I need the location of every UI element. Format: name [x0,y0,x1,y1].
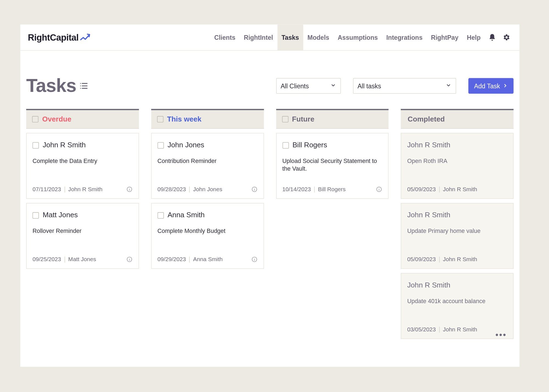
info-icon [126,186,133,192]
info-icon [376,186,382,192]
task-description: Upload Social Security Statement to the … [282,157,382,172]
clients-filter-value: All Clients [281,82,309,89]
nav-rightpay[interactable]: RightPay [427,24,463,50]
nav-clients[interactable]: Clients [210,24,240,50]
task-assignee: John R Smith [443,326,477,332]
column-overdue: Overdue John R Smith Complete the Data E… [26,109,139,339]
list-icon [79,81,88,91]
column-header-future: Future [276,109,388,129]
nav-assumptions[interactable]: Assumptions [334,24,382,50]
chevron-right-icon [503,83,508,88]
task-description: Update Primary home value [407,227,507,235]
task-checkbox[interactable] [157,142,164,148]
tasks-filter-value: All tasks [357,82,381,89]
nav-models[interactable]: Models [303,24,334,50]
task-assignee: John R Smith [443,186,477,192]
svg-point-8 [129,188,130,188]
task-info-button[interactable] [251,256,257,263]
task-date: 09/29/2023 [157,256,186,263]
column-label: Completed [408,115,445,123]
svg-point-2 [80,85,81,86]
task-checkbox[interactable] [32,212,39,218]
info-icon [251,186,257,192]
task-info-button[interactable] [376,186,382,192]
task-client: John R Smith [407,141,450,150]
task-client: John R Smith [43,141,86,150]
task-card-completed[interactable]: John R Smith Open Roth IRA 05/09/2023 Jo… [401,133,513,199]
top-bar: RightCapital Clients RightIntel Tasks Mo… [20,24,520,50]
info-icon [251,256,257,263]
task-assignee: John R Smith [443,256,477,263]
app-frame: RightCapital Clients RightIntel Tasks Mo… [20,24,520,367]
add-task-label: Add Task [474,82,500,89]
task-assignee: John R Smith [68,186,103,192]
add-task-button[interactable]: Add Task [468,78,514,94]
task-assignee: Anna Smith [193,256,223,263]
column-future: Future Bill Rogers Upload Social Securit… [276,109,388,339]
clients-filter-select[interactable]: All Clients [276,78,341,94]
task-info-button[interactable] [251,186,257,192]
brand-logo: RightCapital [28,32,91,43]
task-assignee: Matt Jones [68,256,96,263]
task-description: Complete Monthly Budget [157,227,257,235]
task-date: 05/09/2023 [407,256,436,263]
column-label: This week [167,115,201,123]
nav-integrations[interactable]: Integrations [382,24,427,50]
tasks-filter-select[interactable]: All tasks [353,78,456,94]
column-select-all-checkbox[interactable] [32,116,38,122]
task-card[interactable]: Matt Jones Rollover Reminder 09/25/2023 … [26,203,139,269]
task-card-completed[interactable]: John R Smith Update 401k account balance… [401,273,513,339]
page-body: Tasks All Clients All tasks [20,51,520,339]
task-client: Matt Jones [43,211,78,219]
task-card-completed[interactable]: John R Smith Update Primary home value 0… [401,203,513,269]
task-checkbox[interactable] [32,142,39,148]
task-checkbox[interactable] [157,212,164,218]
task-description: Open Roth IRA [407,157,507,165]
task-date: 05/09/2023 [407,186,436,192]
task-checkbox[interactable] [282,142,288,148]
task-assignee: Bill Rogers [318,186,346,192]
svg-point-11 [129,258,130,258]
task-description: Rollover Reminder [32,227,132,235]
task-client: Anna Smith [167,211,205,219]
task-client: John Jones [167,141,204,150]
task-date: 07/11/2023 [32,186,61,192]
column-select-all-checkbox[interactable] [282,116,288,122]
page-header: Tasks All Clients All tasks [26,75,513,109]
column-this-week: This week John Jones Contribution Remind… [151,109,264,339]
chevron-down-icon [445,82,451,89]
task-description: Complete the Data Entry [32,157,132,165]
task-date: 03/05/2023 [407,326,436,332]
task-assignee: John Jones [193,186,222,192]
svg-point-0 [80,83,81,84]
column-label: Overdue [42,115,71,123]
svg-point-4 [80,88,81,89]
brand-name: RightCapital [28,32,79,43]
gear-icon [502,33,510,41]
task-card[interactable]: Anna Smith Complete Monthly Budget 09/29… [151,203,264,269]
task-date: 09/28/2023 [157,186,186,192]
task-card[interactable]: Bill Rogers Upload Social Security State… [276,133,388,199]
bell-icon [488,33,496,41]
info-icon [126,256,133,263]
svg-point-14 [254,188,254,188]
column-select-all-checkbox[interactable] [157,116,163,122]
settings-button[interactable] [499,30,514,44]
task-card[interactable]: John Jones Contribution Reminder 09/28/2… [151,133,264,199]
task-info-button[interactable] [126,256,133,263]
svg-point-20 [379,188,379,188]
page-title: Tasks [26,75,88,96]
column-header-this-week: This week [151,109,264,129]
chevron-down-icon [330,82,336,89]
notifications-button[interactable] [485,30,499,44]
task-client: John R Smith [407,211,450,219]
task-description: Contribution Reminder [157,157,257,165]
nav-rightintel[interactable]: RightIntel [240,24,277,50]
nav-tasks[interactable]: Tasks [277,24,303,50]
task-card[interactable]: John R Smith Complete the Data Entry 07/… [26,133,139,199]
svg-point-17 [254,258,254,258]
task-info-button[interactable] [126,186,133,192]
nav-help[interactable]: Help [463,24,485,50]
task-client: John R Smith [407,281,450,290]
task-client: Bill Rogers [292,141,327,150]
